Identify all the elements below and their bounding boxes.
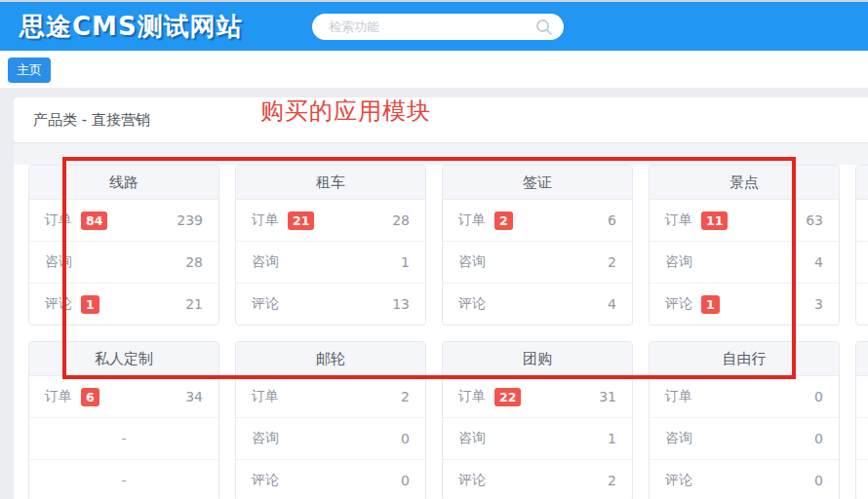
stat-value: 21	[185, 296, 203, 312]
new-count-badge: 22	[494, 388, 521, 406]
stat-row: 咨询1	[443, 417, 632, 459]
module-card: 签证订单26咨询2评论4	[442, 165, 633, 326]
stat-value: 0	[401, 431, 410, 446]
module-card-title: 团购	[443, 342, 632, 376]
stat-value: 2	[401, 389, 410, 404]
stat-row: 咨询2	[443, 241, 632, 283]
stat-row	[856, 376, 868, 417]
stat-label: 订单	[458, 211, 486, 229]
stat-label: 咨询	[458, 253, 486, 271]
panel-toolbar	[14, 143, 868, 165]
module-card: 自由行订单0咨询0评论0	[649, 341, 840, 499]
stat-label: 订单	[665, 388, 692, 405]
module-card-title: 邮轮	[236, 342, 425, 376]
stat-row	[856, 459, 868, 499]
stat-value: 1	[608, 431, 616, 446]
stat-row: 订单2128	[236, 200, 425, 241]
new-count-badge: 21	[288, 211, 314, 230]
module-card-title	[856, 342, 868, 376]
stat-label: 订单	[252, 388, 279, 405]
stat-row: 订单26	[443, 200, 632, 241]
stat-label: 咨询	[665, 430, 692, 447]
stat-value: 2	[608, 254, 616, 270]
module-card-title: 景点	[650, 166, 839, 200]
cards-grid: 线路订单84239咨询28评论121租车订单2128咨询1评论13签证订单26咨…	[28, 165, 868, 499]
stat-value: 31	[599, 389, 616, 404]
stat-row: 订单634	[29, 376, 218, 417]
new-count-badge: 6	[81, 388, 99, 406]
stat-label: 订单	[458, 388, 486, 405]
stat-row: -	[29, 417, 218, 459]
stat-value: 13	[392, 296, 410, 312]
stat-row: 评论0	[236, 459, 425, 499]
stat-row: 订单2231	[443, 376, 632, 417]
stat-label: 评论	[252, 472, 279, 489]
stat-value: 0	[814, 431, 823, 446]
stat-label: 评论	[45, 295, 72, 313]
stat-row: 评论13	[650, 283, 839, 325]
new-count-badge: 1	[701, 295, 720, 314]
stat-row: 咨询0	[236, 417, 425, 459]
stat-row: -	[29, 459, 218, 499]
stat-row: 咨询28	[29, 241, 218, 283]
module-card: 私人定制订单634--	[28, 341, 219, 499]
module-card-cropped	[855, 165, 868, 326]
search-icon[interactable]	[534, 18, 554, 37]
stat-label: 评论	[458, 472, 486, 489]
module-card: 租车订单2128咨询1评论13	[235, 165, 426, 326]
stat-row: 订单2	[236, 376, 425, 417]
stat-value: 0	[401, 473, 410, 488]
stat-value: 0	[814, 473, 823, 488]
stat-label: 订单	[252, 211, 279, 229]
stat-value: 0	[814, 389, 823, 404]
stat-label: 咨询	[252, 430, 279, 447]
main-panel: 产品类 - 直接营销 线路订单84239咨询28评论121租车订单2128咨询1…	[14, 97, 868, 499]
module-card-title: 线路	[29, 166, 218, 200]
new-count-badge: 11	[701, 211, 728, 230]
stat-row: 评论2	[443, 459, 632, 499]
stat-value: 4	[608, 296, 616, 312]
stat-value: 63	[806, 212, 823, 228]
search-input[interactable]	[327, 19, 534, 35]
tab-home[interactable]: 主页	[8, 58, 51, 83]
module-card-title: 自由行	[650, 342, 839, 376]
stat-value: 28	[392, 212, 410, 228]
stat-label: 评论	[458, 295, 486, 313]
stat-row	[856, 241, 868, 283]
module-card: 景点订单1163咨询4评论13	[649, 165, 840, 326]
stat-row: 评论0	[650, 459, 839, 499]
search-box	[312, 14, 564, 40]
stat-label: 评论	[252, 295, 279, 313]
stat-label: 评论	[665, 295, 692, 313]
stat-label: 咨询	[252, 253, 279, 271]
stat-row: 评论121	[29, 283, 218, 325]
stat-row	[856, 200, 868, 241]
stat-row: 咨询0	[650, 417, 839, 459]
stat-label: 咨询	[458, 430, 486, 447]
module-card-title	[856, 166, 868, 200]
site-title: 思途CMS测试网站	[20, 2, 243, 51]
stat-label: 订单	[45, 388, 72, 405]
new-count-badge: 84	[81, 211, 107, 230]
app-header: 思途CMS测试网站	[0, 2, 868, 51]
stat-row: 订单0	[650, 376, 839, 417]
module-card: 邮轮订单2咨询0评论0	[235, 341, 426, 499]
stat-label: 评论	[665, 472, 692, 489]
new-count-badge: 2	[494, 211, 513, 230]
stat-label: 订单	[45, 211, 72, 229]
tab-strip: 主页	[0, 51, 868, 88]
stat-value: 1	[401, 254, 410, 270]
stat-row: 订单84239	[29, 200, 218, 241]
module-card: 线路订单84239咨询28评论121	[28, 165, 219, 326]
stat-value: 239	[177, 212, 203, 228]
stat-value: 28	[185, 254, 203, 270]
module-card-title: 租车	[236, 166, 425, 200]
stat-row: 评论4	[443, 283, 632, 325]
stat-value: 34	[185, 389, 203, 404]
new-count-badge: 1	[81, 295, 99, 314]
stat-label: 咨询	[665, 253, 692, 271]
page: 思途CMS测试网站 主页 产品类 - 直接营销 线路订单84239咨询28评论1…	[0, 0, 868, 499]
panel-title: 产品类 - 直接营销	[14, 97, 868, 143]
module-card: 团购订单2231咨询1评论2	[442, 341, 633, 499]
stat-row	[856, 283, 868, 325]
